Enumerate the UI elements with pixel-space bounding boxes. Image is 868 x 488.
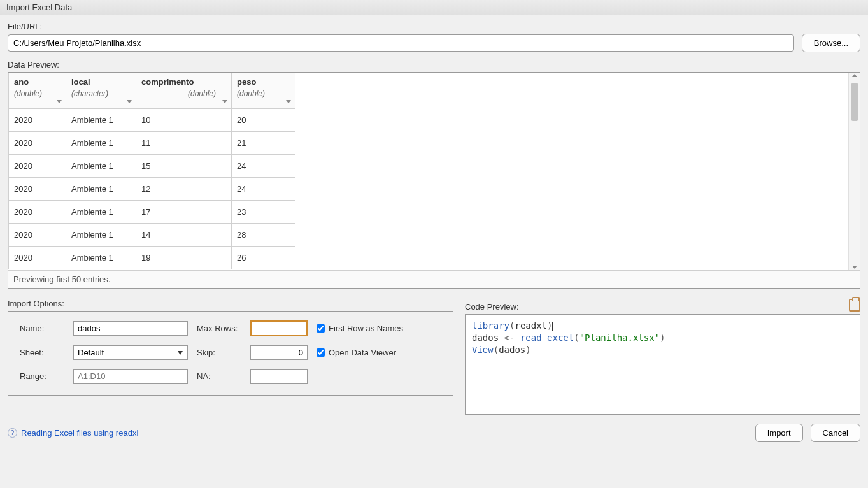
name-input[interactable] — [73, 321, 188, 336]
column-type: (double) — [237, 89, 280, 98]
skip-input[interactable] — [250, 345, 308, 360]
table-cell: 21 — [232, 132, 295, 155]
fileurl-label: File/URL: — [8, 22, 860, 31]
table-cell: Ambiente 1 — [66, 247, 136, 269]
table-cell: 2020 — [9, 109, 66, 132]
table-cell: 24 — [232, 155, 295, 178]
column-name: local — [71, 77, 120, 87]
dialog-title: Import Excel Data — [0, 0, 868, 15]
na-label: NA: — [197, 371, 241, 381]
table-cell: Ambiente 1 — [66, 201, 136, 224]
clipboard-icon[interactable] — [849, 299, 860, 312]
scrollbar-thumb[interactable] — [851, 83, 858, 121]
dialog-content: File/URL: Browse... Data Preview: ano — [0, 15, 868, 488]
column-type-dropdown-icon[interactable] — [222, 100, 227, 103]
data-preview-table: ano (double) local (character) — [8, 73, 295, 269]
table-cell: Ambiente 1 — [66, 109, 136, 132]
browse-button[interactable]: Browse... — [802, 34, 860, 52]
table-cell: 26 — [232, 247, 295, 269]
table-cell: 28 — [232, 224, 295, 247]
first-row-label: First Row as Names — [329, 324, 403, 333]
table-cell: 19 — [136, 247, 232, 269]
table-row: 2020Ambiente 11524 — [9, 155, 295, 178]
name-label: Name: — [20, 324, 64, 333]
data-preview-panel: ano (double) local (character) — [8, 72, 860, 289]
maxrows-label: Max Rows: — [197, 324, 241, 333]
table-row: 2020Ambiente 11723 — [9, 201, 295, 224]
table-cell: Ambiente 1 — [66, 178, 136, 201]
import-options-heading: Import Options: — [8, 299, 453, 308]
open-viewer-checkbox[interactable] — [317, 348, 325, 357]
fileurl-input[interactable] — [8, 34, 794, 52]
table-cell: 24 — [232, 178, 295, 201]
column-type-dropdown-icon[interactable] — [286, 100, 291, 103]
vertical-scrollbar[interactable] — [848, 73, 860, 270]
scroll-up-icon[interactable] — [852, 74, 857, 77]
sheet-select[interactable]: Default — [73, 345, 188, 360]
open-data-viewer-option[interactable]: Open Data Viewer — [317, 348, 431, 357]
help-link[interactable]: ? Reading Excel files using readxl — [8, 428, 138, 438]
table-cell: 17 — [136, 201, 232, 224]
table-cell: 2020 — [9, 132, 66, 155]
preview-footer-text: Previewing first 50 entries. — [8, 270, 860, 288]
table-cell: 20 — [232, 109, 295, 132]
chevron-down-icon — [178, 351, 183, 355]
maxrows-input[interactable] — [250, 320, 308, 336]
na-input[interactable] — [250, 369, 308, 384]
help-text: Reading Excel files using readxl — [21, 428, 138, 438]
table-row: 2020Ambiente 11428 — [9, 224, 295, 247]
sheet-label: Sheet: — [20, 348, 64, 357]
open-viewer-label: Open Data Viewer — [329, 348, 396, 357]
table-cell: 2020 — [9, 201, 66, 224]
column-header-local[interactable]: local (character) — [66, 73, 136, 108]
table-cell: Ambiente 1 — [66, 132, 136, 155]
table-cell: 15 — [136, 155, 232, 178]
table-row: 2020Ambiente 11224 — [9, 178, 295, 201]
table-cell: Ambiente 1 — [66, 224, 136, 247]
table-row: 2020Ambiente 11926 — [9, 247, 295, 269]
column-header-comprimento[interactable]: comprimento (double) — [136, 73, 231, 108]
first-row-as-names-option[interactable]: First Row as Names — [317, 324, 431, 333]
column-header-peso[interactable]: peso (double) — [232, 73, 295, 108]
table-cell: 23 — [232, 201, 295, 224]
cancel-button[interactable]: Cancel — [811, 424, 860, 442]
code-preview-text[interactable]: library(readxl) dados <- read_excel("Pla… — [465, 314, 860, 415]
scroll-down-icon[interactable] — [852, 266, 857, 269]
import-options-panel: Name: Max Rows: First Row as Names Sheet… — [8, 311, 453, 396]
skip-label: Skip: — [197, 348, 241, 357]
code-preview-heading: Code Preview: — [465, 302, 519, 312]
table-cell: 12 — [136, 178, 232, 201]
import-button[interactable]: Import — [755, 424, 803, 442]
column-type-dropdown-icon[interactable] — [127, 100, 132, 103]
import-excel-dialog: Import Excel Data File/URL: Browse... Da… — [0, 0, 868, 488]
column-name: peso — [237, 77, 280, 87]
table-cell: 11 — [136, 132, 232, 155]
table-cell: 2020 — [9, 178, 66, 201]
help-icon: ? — [8, 428, 17, 438]
column-type: (character) — [71, 89, 120, 98]
column-type: (double) — [14, 89, 50, 98]
preview-empty-area — [295, 73, 848, 270]
table-cell: Ambiente 1 — [66, 155, 136, 178]
table-row: 2020Ambiente 11121 — [9, 132, 295, 155]
range-input[interactable] — [73, 369, 188, 384]
table-cell: 2020 — [9, 247, 66, 269]
column-name: comprimento — [141, 77, 216, 87]
data-preview-label: Data Preview: — [8, 60, 860, 69]
column-name: ano — [14, 77, 50, 87]
column-type: (double) — [141, 89, 216, 98]
table-cell: 14 — [136, 224, 232, 247]
column-type-dropdown-icon[interactable] — [57, 100, 62, 103]
table-cell: 2020 — [9, 155, 66, 178]
table-cell: 10 — [136, 109, 232, 132]
table-row: 2020Ambiente 11020 — [9, 109, 295, 132]
first-row-checkbox[interactable] — [317, 324, 325, 333]
column-header-ano[interactable]: ano (double) — [9, 73, 66, 108]
table-cell: 2020 — [9, 224, 66, 247]
range-label: Range: — [20, 371, 64, 381]
